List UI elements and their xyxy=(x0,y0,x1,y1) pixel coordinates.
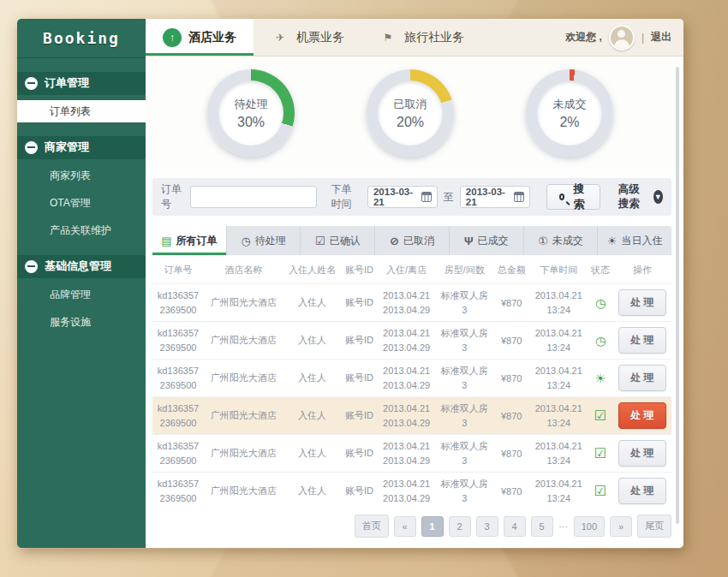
tab-flight-business[interactable]: 机票业务 xyxy=(254,19,361,56)
pagination-page-4[interactable]: 4 xyxy=(504,516,526,537)
search-button-label: 搜 索 xyxy=(570,181,587,212)
avatar xyxy=(609,25,635,51)
handle-button[interactable]: 处 理 xyxy=(618,365,665,391)
pagination-page-5[interactable]: 5 xyxy=(531,516,553,537)
room-type: 标准双人房 xyxy=(437,439,492,454)
calendar-icon xyxy=(421,192,432,202)
sidebar-item-order-list[interactable]: 订单列表 xyxy=(17,100,146,122)
pagination-page-100[interactable]: 100 xyxy=(574,516,605,537)
tab-label: 当日入住 xyxy=(622,234,663,248)
pagination-next[interactable]: » xyxy=(610,516,632,537)
account-id: 账号ID xyxy=(341,397,377,435)
stats-donuts: 待处理 30% 已取消 20% 未成交 2% xyxy=(146,57,683,170)
tab-cancelled[interactable]: 已取消 xyxy=(375,226,450,255)
col-status: 状态 xyxy=(588,255,613,284)
order-time: 2013.04.21 xyxy=(531,477,586,491)
tab-travel-agency-business[interactable]: 旅行社业务 xyxy=(361,19,481,56)
clipboard-icon xyxy=(161,235,171,247)
date-to-picker[interactable]: 2013-03-21 xyxy=(460,186,530,208)
order-number: kd136357 xyxy=(154,402,202,416)
sidebar-item-product-association[interactable]: 产品关联维护 xyxy=(17,219,146,241)
pagination-page-2[interactable]: 2 xyxy=(449,516,471,537)
total-amount: ¥870 xyxy=(493,397,529,435)
tab-same-day-checkin[interactable]: 当日入住 xyxy=(598,226,671,255)
advanced-search-label: 高级搜索 xyxy=(618,182,649,211)
hotel-icon xyxy=(163,28,182,47)
advanced-search-link[interactable]: 高级搜索 xyxy=(618,182,663,211)
tab-all-orders[interactable]: 所有订单 xyxy=(152,226,227,255)
stay-dates: 2013.04.21 xyxy=(379,364,434,378)
tab-label: 旅行社业务 xyxy=(404,30,464,45)
room-type: 标准双人房 xyxy=(437,364,492,378)
sidebar-item-ota-management[interactable]: OTA管理 xyxy=(17,192,146,214)
tab-confirmed[interactable]: 已确认 xyxy=(301,226,375,255)
stay-dates: 2013.04.21 xyxy=(379,326,434,341)
account-id: 账号ID xyxy=(341,360,377,397)
col-account-id: 账号ID xyxy=(341,255,377,284)
app-window: Booking 订单管理 订单列表 商家管理 商家列表 OTA管理 产品关联维护 xyxy=(17,19,683,548)
pagination-prev[interactable]: « xyxy=(394,516,416,537)
tab-label: 酒店业务 xyxy=(188,30,236,45)
col-hotel-name: 酒店名称 xyxy=(204,255,283,284)
tab-not-closed[interactable]: 未成交 xyxy=(524,226,599,255)
sidebar-section-orders-header[interactable]: 订单管理 xyxy=(17,71,146,95)
orders-table: 订单号 酒店名称 入住人姓名 账号ID 入住/离店 房型/间数 总金额 下单时间… xyxy=(152,255,671,509)
sidebar-item-label: 订单列表 xyxy=(50,104,91,119)
guest-name: 入住人 xyxy=(283,435,342,473)
checkbox-icon xyxy=(315,235,325,247)
guest-name: 入住人 xyxy=(283,360,342,397)
table-row: kd1363572369500 广州阳光大酒店 入住人 账号ID 2013.04… xyxy=(152,360,671,397)
tab-label: 所有订单 xyxy=(176,234,218,248)
order-time-label: 下单时间 xyxy=(331,182,361,211)
guest-name: 入住人 xyxy=(283,284,342,322)
room-type: 标准双人房 xyxy=(437,402,492,416)
sidebar-section-basic-info-header[interactable]: 基础信息管理 xyxy=(17,254,146,278)
order-number-input[interactable] xyxy=(190,186,317,208)
tab-label: 机票业务 xyxy=(296,30,344,45)
stay-dates: 2013.04.21 xyxy=(379,402,434,416)
handle-button[interactable]: 处 理 xyxy=(618,327,665,354)
top-navigation: 酒店业务 机票业务 旅行社业务 欢迎您 , | 退出 xyxy=(146,19,683,57)
handle-button[interactable]: 处 理 xyxy=(618,478,665,504)
hotel-name: 广州阳光大酒店 xyxy=(204,473,283,510)
sidebar-item-merchant-list[interactable]: 商家列表 xyxy=(17,164,146,187)
pagination-page-3[interactable]: 3 xyxy=(476,516,498,537)
clock-icon xyxy=(241,235,250,247)
tab-label: 已确认 xyxy=(330,234,361,248)
order-number-label: 订单号 xyxy=(161,182,184,211)
col-guest-name: 入住人姓名 xyxy=(283,255,342,284)
pagination-last[interactable]: 尾页 xyxy=(637,515,671,538)
order-number: kd136357 xyxy=(154,477,202,491)
handle-button[interactable]: 处 理 xyxy=(618,440,665,467)
tab-closed-deals[interactable]: 已成交 xyxy=(450,226,524,255)
scrollbar[interactable] xyxy=(676,67,679,524)
pagination-page-1[interactable]: 1 xyxy=(421,516,444,537)
pagination: 首页 « 1 2 3 4 5 ··· 100 » 尾页 xyxy=(152,515,671,538)
status-check-icon xyxy=(594,449,606,460)
guest-name: 入住人 xyxy=(283,322,342,360)
date-from-picker[interactable]: 2013-03-21 xyxy=(367,186,438,208)
order-number: kd136357 xyxy=(154,326,202,341)
app-logo: Booking xyxy=(17,19,146,58)
handle-button[interactable]: 处 理 xyxy=(618,402,665,429)
table-header-row: 订单号 酒店名称 入住人姓名 账号ID 入住/离店 房型/间数 总金额 下单时间… xyxy=(152,255,671,284)
status-sun-icon xyxy=(595,374,606,384)
tab-hotel-business[interactable]: 酒店业务 xyxy=(146,19,254,56)
handle-button[interactable]: 处 理 xyxy=(618,289,665,316)
logout-link[interactable]: 退出 xyxy=(651,30,671,45)
search-button[interactable]: 搜 索 xyxy=(546,184,600,210)
chevron-down-circle-icon xyxy=(653,190,663,204)
status-check-icon xyxy=(594,487,606,497)
order-time: 2013.04.21 xyxy=(531,402,586,416)
sidebar-section-merchants-header[interactable]: 商家管理 xyxy=(17,135,146,159)
total-amount: ¥870 xyxy=(493,435,529,473)
welcome-text: 欢迎您 , xyxy=(565,30,602,45)
guest-name: 入住人 xyxy=(283,397,342,435)
pagination-first[interactable]: 首页 xyxy=(355,515,389,538)
sidebar-item-service-facilities[interactable]: 服务设施 xyxy=(17,311,146,333)
flag-icon xyxy=(379,28,397,47)
sidebar-item-brand-management[interactable]: 品牌管理 xyxy=(17,283,146,306)
table-row: kd1363572369500 广州阳光大酒店 入住人 账号ID 2013.04… xyxy=(152,435,671,473)
tab-pending[interactable]: 待处理 xyxy=(227,226,301,255)
sidebar-section-orders: 订单管理 订单列表 xyxy=(17,71,146,122)
